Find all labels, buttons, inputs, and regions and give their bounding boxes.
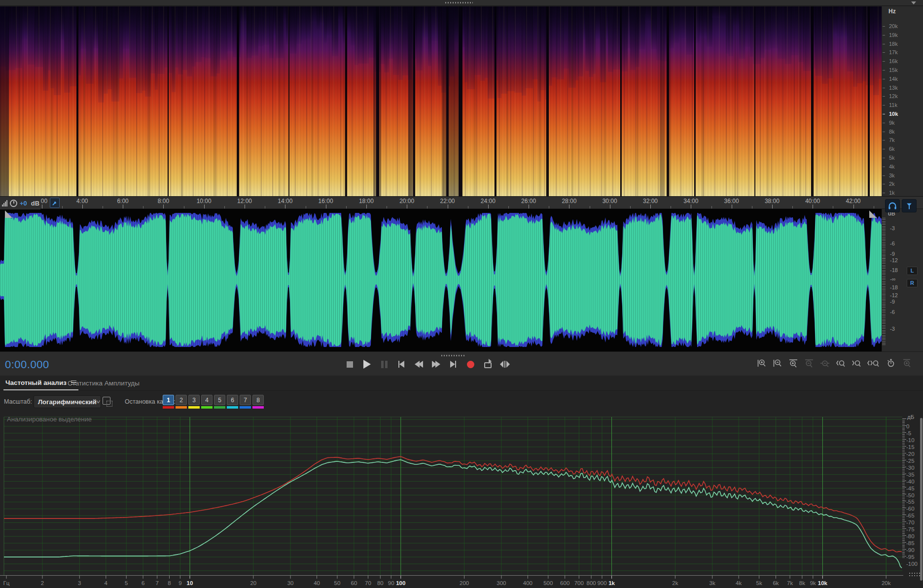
time-label: 8:00 [158,198,169,205]
panel-resize-grip[interactable] [909,573,920,577]
graph-x-tick-label: 600 [560,580,569,586]
hold-frame-1-button[interactable]: 1 [163,395,174,409]
skip-to-start-button[interactable] [396,359,407,370]
time-label: 6:00 [117,198,128,205]
graph-x-tick-label: 9 [178,580,181,586]
amplitude-tick-label: -12 [890,292,898,298]
track-gap [667,6,669,196]
gain-value[interactable]: +0 [20,200,27,207]
frequency-tick-label: 11k [889,102,897,108]
zoom-at-in-point-button[interactable] [835,358,846,369]
transport-buttons [344,357,510,372]
frequency-unit-label: Hz [888,8,896,15]
graph-x-tick-label: 5 [125,580,128,586]
stop-button[interactable] [344,359,355,370]
hold-frame-7-button[interactable]: 7 [240,395,251,409]
zoom-in-amplitude-button[interactable] [756,358,767,369]
zoom-in-time-button[interactable] [788,358,799,369]
tab-amplitude-statistics[interactable]: Статистика Амплитуды [66,376,142,390]
clock-icon[interactable] [10,200,17,207]
graph-x-tick-label: 800 [587,580,596,586]
time-label: 20:00 [399,198,414,205]
hold-frame-4-button[interactable]: 4 [201,395,213,409]
pause-button[interactable] [379,359,390,370]
graph-scrollbar[interactable] [920,418,923,581]
graph-x-tick-label: 90 [388,580,394,586]
graph-x-tick-label: 300 [497,580,506,586]
frequency-tick-label: 9k [889,120,895,126]
panel-menu-triangle-icon[interactable] [911,1,916,4]
graph-x-tick-label: 30 [287,580,294,586]
frequency-analysis-graph[interactable]: Анализированое выделение дБ 0-5-10-15-20… [0,414,923,588]
time-label: 30:00 [603,198,617,205]
panel-divider-grip[interactable] [441,355,466,356]
frequency-tick-label: 4k [889,164,895,170]
graph-y-tick-label: -85 [906,540,915,546]
pin-playhead-button[interactable] [50,198,60,208]
play-button[interactable] [361,359,372,370]
track-gap [168,6,169,196]
graph-x-tick-label: 2 [41,580,44,586]
frequency-tick-label: 6k [889,146,895,152]
graph-x-tick-label: 7k [787,580,793,586]
rewind-button[interactable] [413,359,424,370]
loop-playback-button[interactable] [482,359,493,370]
hold-frame-5-button[interactable]: 5 [214,395,225,409]
waveform-view[interactable] [0,209,882,351]
zoom-reset-button[interactable] [819,358,830,369]
time-label: 28:00 [562,198,576,205]
record-button[interactable] [465,359,476,370]
graph-y-unit-label: дБ [907,414,914,420]
channel-left-button[interactable]: L [907,267,918,275]
frequency-tick-label: 15k [889,67,898,73]
zoom-to-selection-button[interactable] [867,358,881,369]
zoom-out-amplitude-button[interactable] [772,358,783,369]
level-meter-icon[interactable] [2,200,7,207]
hold-frame-8-button[interactable]: 8 [252,395,264,409]
fast-forward-button[interactable] [430,359,441,370]
graph-y-tick-label: -45 [906,485,915,491]
curve-right-channel [4,460,902,568]
zoom-time-window-button[interactable] [886,358,896,369]
graph-x-tick-label: 3 [78,580,81,586]
skip-selection-button[interactable] [499,359,510,370]
channel-right-button[interactable]: R [907,279,918,287]
graph-x-tick-label: 40 [314,580,320,586]
zoom-at-out-point-button[interactable] [851,358,862,369]
time-label: 22:00 [440,198,455,205]
panel-divider-grip[interactable] [445,2,473,3]
scale-dropdown[interactable]: Логарифмический ˅ [34,395,101,408]
graph-y-tick-label: -25 [906,458,915,464]
zoom-out-time-button[interactable] [804,358,815,369]
graph-y-tick-label: -35 [906,472,915,478]
graph-y-tick-label: -55 [906,499,915,505]
track-gap [345,6,347,196]
playhead-time-display[interactable]: 0:00.000 [5,358,49,371]
amplitude-tick-label: -18 [890,284,898,290]
graph-y-tick-label: -50 [906,492,915,498]
hold-frame-6-button[interactable]: 6 [227,395,238,409]
graph-x-tick-label: 900 [597,580,606,586]
frequency-tick-label: 14k [889,76,898,82]
hold-frame-3-button[interactable]: 3 [188,395,200,409]
graph-x-tick-label: 5k [756,580,762,586]
pitch-pin-button[interactable] [902,199,917,212]
monitor-headphones-button[interactable] [885,199,900,212]
hold-frame-2-button[interactable]: 2 [176,395,187,409]
timeline-ruler[interactable]: 2:004:006:008:0010:0012:0014:0016:0018:0… [0,196,923,209]
copy-frame-icon[interactable] [103,397,110,405]
graph-y-tick-label: -40 [906,479,915,484]
skip-to-end-button[interactable] [448,359,459,370]
graph-y-tick-label: -75 [906,526,915,532]
graph-y-tick-label: -90 [906,547,915,553]
graph-x-tick-label: 7 [155,580,158,586]
amplitude-tick-label: -18 [890,267,898,273]
time-label: 26:00 [521,198,536,205]
spectrogram-view[interactable] [0,6,882,196]
track-gap [754,6,755,196]
frequency-tick-label: 8k [889,129,895,135]
frequency-tick-label: 19k [889,32,898,38]
amplitude-tick-label: -∞ [890,276,896,282]
zoom-full-button[interactable] [901,358,912,369]
graph-x-tick-label: 500 [543,580,553,586]
